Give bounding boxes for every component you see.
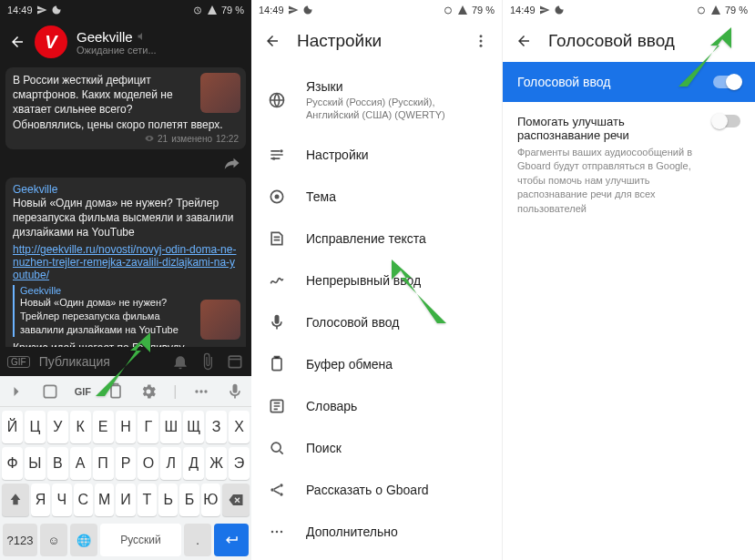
settings-item-icon <box>268 481 286 499</box>
attach-icon[interactable] <box>199 352 217 371</box>
settings-item[interactable]: Поиск <box>251 427 502 469</box>
gif-badge[interactable]: GIF <box>7 356 30 368</box>
key-Б[interactable]: Б <box>179 484 199 516</box>
settings-item[interactable]: Тема <box>251 176 502 218</box>
chat-header[interactable]: V Geekville Ожидание сети... <box>0 20 251 64</box>
enter-key[interactable] <box>214 524 249 556</box>
key-С[interactable]: С <box>74 484 93 516</box>
alarm-icon <box>443 5 454 15</box>
help-title: Помогать улучшать распознавание речи <box>517 115 700 142</box>
page-title: Голосовой ввод <box>548 31 742 51</box>
key-В[interactable]: В <box>47 447 68 480</box>
period-key[interactable]: . <box>184 524 211 556</box>
settings-item[interactable]: ЯзыкиРусский (Россия) (Русский), Английс… <box>251 67 502 134</box>
settings-item-label: Тема <box>306 189 485 204</box>
key-Г[interactable]: Г <box>138 411 158 443</box>
chevron-right-icon[interactable] <box>7 382 26 401</box>
key-И[interactable]: И <box>116 484 135 516</box>
key-Й[interactable]: Й <box>2 411 23 443</box>
key-Д[interactable]: Д <box>183 447 204 480</box>
voice-toggle-switch[interactable] <box>713 76 740 88</box>
key-П[interactable]: П <box>93 447 114 480</box>
space-key[interactable]: Русский <box>100 524 181 556</box>
settings-item[interactable]: Настройки <box>251 134 502 176</box>
message-link[interactable]: http://geekville.ru/novosti/novyj-odin-d… <box>13 243 236 281</box>
sticker-icon[interactable] <box>41 382 59 401</box>
key-Ю[interactable]: Ю <box>201 484 220 516</box>
emoji-key[interactable]: ☺ <box>40 524 67 556</box>
key-Х[interactable]: Х <box>229 411 250 443</box>
settings-item[interactable]: Непрерывный ввод <box>251 260 502 301</box>
clipboard-icon[interactable] <box>107 382 125 401</box>
settings-item-label: Исправление текста <box>306 231 485 246</box>
key-Ф[interactable]: Ф <box>2 447 23 480</box>
gif-button[interactable]: GIF <box>75 386 91 397</box>
key-Р[interactable]: Р <box>116 447 137 480</box>
key-Ы[interactable]: Ы <box>25 447 46 480</box>
settings-item-label: Словарь <box>306 399 485 413</box>
key-У[interactable]: У <box>47 411 68 443</box>
key-Ь[interactable]: Ь <box>158 484 178 516</box>
back-icon[interactable] <box>515 33 532 49</box>
mic-icon[interactable] <box>226 382 244 401</box>
messages-area[interactable]: В России жесткий дефицит смартфонов. Как… <box>0 64 251 347</box>
message-thumbnail[interactable] <box>200 300 240 340</box>
key-Л[interactable]: Л <box>160 447 181 480</box>
backspace-key[interactable] <box>222 484 250 516</box>
back-icon[interactable] <box>264 33 281 49</box>
settings-item[interactable]: Голосовой ввод <box>251 301 502 343</box>
message-thumbnail[interactable] <box>200 73 240 113</box>
status-bar: 14:49 79 % <box>0 0 251 20</box>
gear-icon[interactable] <box>139 382 158 401</box>
message-time: 12:22 <box>216 134 239 144</box>
more-icon[interactable] <box>192 382 210 401</box>
settings-item[interactable]: Исправление текста <box>251 218 502 260</box>
key-М[interactable]: М <box>95 484 114 516</box>
settings-item[interactable]: Дополнительно <box>251 511 502 553</box>
svg-point-12 <box>280 149 282 152</box>
key-Э[interactable]: Э <box>229 447 250 480</box>
voice-header: Голосовой ввод <box>503 20 755 62</box>
key-О[interactable]: О <box>138 447 158 480</box>
settings-item[interactable]: Рассказать о Gboard <box>251 469 502 511</box>
more-icon[interactable] <box>473 33 489 49</box>
voice-toggle-row[interactable]: Голосовой ввод <box>503 62 755 102</box>
message[interactable]: Geekville Новый «Один дома» не нужен? Тр… <box>5 178 246 347</box>
schedule-icon[interactable] <box>226 352 244 371</box>
key-Ж[interactable]: Ж <box>206 447 227 480</box>
channel-avatar[interactable]: V <box>35 25 67 58</box>
moon-icon <box>554 5 565 15</box>
key-Я[interactable]: Я <box>31 484 50 516</box>
help-toggle-switch[interactable] <box>713 115 740 127</box>
key-Ц[interactable]: Ц <box>25 411 46 443</box>
settings-item-label: Поиск <box>306 441 485 455</box>
key-З[interactable]: З <box>206 411 227 443</box>
key-Ш[interactable]: Ш <box>160 411 181 443</box>
help-improve-row[interactable]: Помогать улучшать распознавание речи Фра… <box>503 102 755 229</box>
settings-item-label: Рассказать о Gboard <box>306 483 485 497</box>
message-text: Обновлялись, цены скоро полетят вверх. <box>13 117 239 132</box>
key-Е[interactable]: Е <box>93 411 114 443</box>
key-Ч[interactable]: Ч <box>52 484 71 516</box>
settings-item[interactable]: Словарь <box>251 385 502 427</box>
symbols-key[interactable]: ?123 <box>3 524 37 556</box>
key-К[interactable]: К <box>70 411 91 443</box>
bell-icon[interactable] <box>171 352 189 371</box>
settings-item-icon <box>268 188 286 206</box>
share-icon[interactable] <box>224 155 240 171</box>
message-author[interactable]: Geekville <box>13 183 239 196</box>
key-Н[interactable]: Н <box>116 411 137 443</box>
settings-item[interactable]: Оцените наше приложение <box>251 553 502 560</box>
mute-icon <box>137 31 148 42</box>
settings-item[interactable]: Буфер обмена <box>251 343 502 385</box>
toggle-label: Голосовой ввод <box>517 75 610 89</box>
key-Щ[interactable]: Щ <box>183 411 204 443</box>
back-icon[interactable] <box>9 34 26 50</box>
key-Т[interactable]: Т <box>138 484 157 516</box>
message-input[interactable]: Публикация <box>39 354 162 369</box>
key-А[interactable]: А <box>70 447 91 480</box>
settings-item-icon <box>268 523 286 541</box>
globe-key[interactable]: 🌐 <box>70 524 97 556</box>
message[interactable]: В России жесткий дефицит смартфонов. Как… <box>5 67 246 149</box>
shift-key[interactable] <box>2 484 29 516</box>
